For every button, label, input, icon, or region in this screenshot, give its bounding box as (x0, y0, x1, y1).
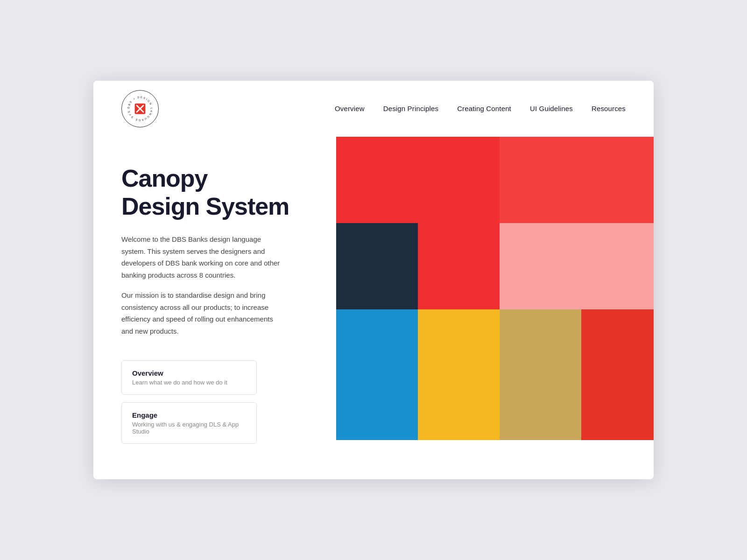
browser-window: DBS • DESIGN LANGUAGE SYSTEM • Overview … (93, 81, 654, 480)
color-block-red-bottom (581, 309, 654, 440)
color-block-red-dark (336, 137, 500, 223)
header: DBS • DESIGN LANGUAGE SYSTEM • Overview … (93, 81, 654, 137)
nav: Overview Design Principles Creating Cont… (335, 105, 626, 112)
color-grid (336, 137, 654, 480)
logo[interactable]: DBS • DESIGN LANGUAGE SYSTEM • (121, 90, 159, 127)
hero-description-1: Welcome to the DBS Banks design language… (121, 233, 280, 281)
card-engage[interactable]: Engage Working with us & engaging DLS & … (121, 402, 257, 444)
hero-section: Canopy Design System Welcome to the DBS … (93, 137, 327, 480)
nav-item-ui-guidelines[interactable]: UI Guidelines (530, 105, 573, 112)
color-block-red-medium (500, 137, 654, 223)
card-engage-title: Engage (132, 411, 246, 419)
nav-item-design-principles[interactable]: Design Principles (383, 105, 438, 112)
nav-item-overview[interactable]: Overview (335, 105, 365, 112)
logo-circle: DBS • DESIGN LANGUAGE SYSTEM • (121, 90, 159, 127)
color-block-blue (336, 309, 418, 440)
logo-svg: DBS • DESIGN LANGUAGE SYSTEM • (124, 92, 156, 125)
main-content: Canopy Design System Welcome to the DBS … (93, 137, 654, 480)
card-overview-title: Overview (132, 369, 246, 377)
nav-item-creating-content[interactable]: Creating Content (457, 105, 511, 112)
hero-description-2: Our mission is to standardise design and… (121, 289, 280, 337)
card-engage-subtitle: Working with us & engaging DLS & App Stu… (132, 421, 246, 435)
color-block-pink-light (500, 223, 654, 309)
color-block-yellow (418, 309, 500, 440)
color-block-red-mid (418, 223, 500, 309)
hero-title-line2: Design System (121, 193, 289, 220)
card-overview[interactable]: Overview Learn what we do and how we do … (121, 360, 257, 395)
card-overview-subtitle: Learn what we do and how we do it (132, 379, 246, 386)
color-block-gold (500, 309, 581, 440)
hero-title: Canopy Design System (121, 165, 299, 221)
hero-title-line1: Canopy (121, 165, 207, 192)
nav-item-resources[interactable]: Resources (592, 105, 626, 112)
color-block-navy (336, 223, 418, 309)
